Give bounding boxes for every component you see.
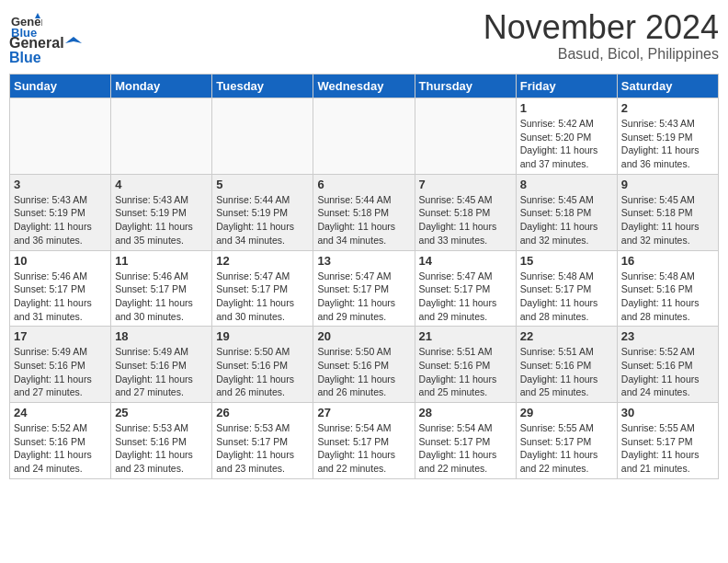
calendar-day-cell (10, 98, 111, 175)
weekday-header-monday: Monday (111, 75, 212, 98)
weekday-header-sunday: Sunday (10, 75, 111, 98)
day-number: 17 (14, 329, 107, 343)
calendar-table: SundayMondayTuesdayWednesdayThursdayFrid… (9, 74, 719, 479)
calendar-day-cell: 9Sunrise: 5:45 AMSunset: 5:18 PMDaylight… (617, 174, 718, 250)
calendar-week-row: 17Sunrise: 5:49 AMSunset: 5:16 PMDayligh… (10, 327, 719, 403)
logo-blue: Blue (9, 50, 41, 65)
day-info: Sunrise: 5:47 AMSunset: 5:17 PMDaylight:… (419, 270, 512, 324)
day-number: 9 (621, 178, 714, 191)
calendar-day-cell (212, 98, 313, 175)
calendar-day-cell: 19Sunrise: 5:50 AMSunset: 5:16 PMDayligh… (212, 327, 313, 403)
calendar-day-cell: 13Sunrise: 5:47 AMSunset: 5:17 PMDayligh… (313, 250, 415, 327)
svg-text:Blue: Blue (11, 26, 37, 40)
day-info: Sunrise: 5:43 AMSunset: 5:19 PMDaylight:… (115, 193, 208, 247)
day-number: 28 (419, 406, 512, 419)
day-number: 18 (115, 329, 208, 343)
day-number: 16 (621, 254, 714, 268)
day-number: 8 (520, 178, 613, 191)
day-info: Sunrise: 5:45 AMSunset: 5:18 PMDaylight:… (621, 193, 714, 247)
day-number: 14 (419, 254, 512, 268)
day-info: Sunrise: 5:46 AMSunset: 5:17 PMDaylight:… (115, 270, 208, 324)
calendar-week-row: 3Sunrise: 5:43 AMSunset: 5:19 PMDaylight… (10, 174, 719, 250)
day-info: Sunrise: 5:54 AMSunset: 5:17 PMDaylight:… (419, 421, 512, 476)
weekday-header-tuesday: Tuesday (212, 75, 313, 98)
day-number: 25 (115, 406, 208, 419)
day-number: 7 (419, 178, 512, 191)
calendar-day-cell: 30Sunrise: 5:55 AMSunset: 5:17 PMDayligh… (617, 403, 718, 479)
calendar-day-cell (415, 98, 516, 175)
calendar-day-cell (111, 98, 212, 175)
calendar-day-cell: 8Sunrise: 5:45 AMSunset: 5:18 PMDaylight… (516, 174, 617, 250)
calendar-day-cell: 20Sunrise: 5:50 AMSunset: 5:16 PMDayligh… (313, 327, 415, 403)
day-number: 4 (115, 178, 208, 191)
day-info: Sunrise: 5:48 AMSunset: 5:17 PMDaylight:… (520, 270, 613, 324)
day-number: 15 (520, 254, 613, 268)
calendar-day-cell: 21Sunrise: 5:51 AMSunset: 5:16 PMDayligh… (415, 327, 516, 403)
day-info: Sunrise: 5:44 AMSunset: 5:19 PMDaylight:… (216, 193, 309, 247)
day-number: 1 (520, 101, 613, 115)
day-info: Sunrise: 5:43 AMSunset: 5:19 PMDaylight:… (621, 117, 714, 171)
day-number: 10 (14, 254, 107, 268)
calendar-day-cell: 2Sunrise: 5:43 AMSunset: 5:19 PMDaylight… (617, 98, 718, 175)
day-number: 30 (621, 406, 714, 419)
page-header: General Blue General Blue November 2024 … (9, 9, 719, 66)
calendar-day-cell: 16Sunrise: 5:48 AMSunset: 5:16 PMDayligh… (617, 250, 718, 327)
day-info: Sunrise: 5:53 AMSunset: 5:16 PMDaylight:… (115, 421, 208, 476)
day-number: 29 (520, 406, 613, 419)
day-info: Sunrise: 5:47 AMSunset: 5:17 PMDaylight:… (216, 270, 309, 324)
day-info: Sunrise: 5:43 AMSunset: 5:19 PMDaylight:… (14, 193, 107, 247)
day-info: Sunrise: 5:51 AMSunset: 5:16 PMDaylight:… (419, 345, 512, 399)
day-info: Sunrise: 5:42 AMSunset: 5:20 PMDaylight:… (520, 117, 613, 171)
day-info: Sunrise: 5:48 AMSunset: 5:16 PMDaylight:… (621, 270, 714, 324)
calendar-day-cell: 4Sunrise: 5:43 AMSunset: 5:19 PMDaylight… (111, 174, 212, 250)
calendar-day-cell: 27Sunrise: 5:54 AMSunset: 5:17 PMDayligh… (313, 403, 415, 479)
calendar-day-cell: 7Sunrise: 5:45 AMSunset: 5:18 PMDaylight… (415, 174, 516, 250)
logo-bird-icon (65, 37, 82, 50)
calendar-week-row: 24Sunrise: 5:52 AMSunset: 5:16 PMDayligh… (10, 403, 719, 479)
calendar-day-cell: 15Sunrise: 5:48 AMSunset: 5:17 PMDayligh… (516, 250, 617, 327)
month-title: November 2024 (483, 9, 719, 46)
day-info: Sunrise: 5:52 AMSunset: 5:16 PMDaylight:… (621, 345, 714, 399)
calendar-day-cell: 28Sunrise: 5:54 AMSunset: 5:17 PMDayligh… (415, 403, 516, 479)
day-info: Sunrise: 5:50 AMSunset: 5:16 PMDaylight:… (216, 345, 309, 399)
day-info: Sunrise: 5:47 AMSunset: 5:17 PMDaylight:… (317, 270, 410, 324)
day-number: 2 (621, 101, 714, 115)
day-number: 11 (115, 254, 208, 268)
calendar-week-row: 10Sunrise: 5:46 AMSunset: 5:17 PMDayligh… (10, 250, 719, 327)
day-info: Sunrise: 5:49 AMSunset: 5:16 PMDaylight:… (14, 345, 107, 399)
day-number: 13 (317, 254, 410, 268)
calendar-day-cell: 18Sunrise: 5:49 AMSunset: 5:16 PMDayligh… (111, 327, 212, 403)
day-info: Sunrise: 5:53 AMSunset: 5:17 PMDaylight:… (216, 421, 309, 476)
day-number: 22 (520, 329, 613, 343)
weekday-header-thursday: Thursday (415, 75, 516, 98)
day-number: 6 (317, 178, 410, 191)
svg-marker-3 (65, 37, 82, 43)
day-number: 12 (216, 254, 309, 268)
day-info: Sunrise: 5:45 AMSunset: 5:18 PMDaylight:… (419, 193, 512, 247)
logo-icon: General Blue (9, 9, 42, 42)
title-block: November 2024 Basud, Bicol, Philippines (483, 9, 719, 63)
day-number: 3 (14, 178, 107, 191)
day-info: Sunrise: 5:50 AMSunset: 5:16 PMDaylight:… (317, 345, 410, 399)
calendar-day-cell (313, 98, 415, 175)
day-number: 26 (216, 406, 309, 419)
day-number: 20 (317, 329, 410, 343)
calendar-day-cell: 6Sunrise: 5:44 AMSunset: 5:18 PMDaylight… (313, 174, 415, 250)
day-info: Sunrise: 5:49 AMSunset: 5:16 PMDaylight:… (115, 345, 208, 399)
weekday-header-friday: Friday (516, 75, 617, 98)
calendar-day-cell: 22Sunrise: 5:51 AMSunset: 5:16 PMDayligh… (516, 327, 617, 403)
day-number: 23 (621, 329, 714, 343)
day-info: Sunrise: 5:46 AMSunset: 5:17 PMDaylight:… (14, 270, 107, 324)
day-number: 24 (14, 406, 107, 419)
calendar-day-cell: 5Sunrise: 5:44 AMSunset: 5:19 PMDaylight… (212, 174, 313, 250)
weekday-header-wednesday: Wednesday (313, 75, 415, 98)
location: Basud, Bicol, Philippines (483, 46, 719, 63)
calendar-day-cell: 29Sunrise: 5:55 AMSunset: 5:17 PMDayligh… (516, 403, 617, 479)
calendar-day-cell: 1Sunrise: 5:42 AMSunset: 5:20 PMDaylight… (516, 98, 617, 175)
calendar-day-cell: 10Sunrise: 5:46 AMSunset: 5:17 PMDayligh… (10, 250, 111, 327)
day-info: Sunrise: 5:52 AMSunset: 5:16 PMDaylight:… (14, 421, 107, 476)
calendar-day-cell: 11Sunrise: 5:46 AMSunset: 5:17 PMDayligh… (111, 250, 212, 327)
weekday-header-saturday: Saturday (617, 75, 718, 98)
calendar-day-cell: 17Sunrise: 5:49 AMSunset: 5:16 PMDayligh… (10, 327, 111, 403)
calendar-header-row: SundayMondayTuesdayWednesdayThursdayFrid… (10, 75, 719, 98)
